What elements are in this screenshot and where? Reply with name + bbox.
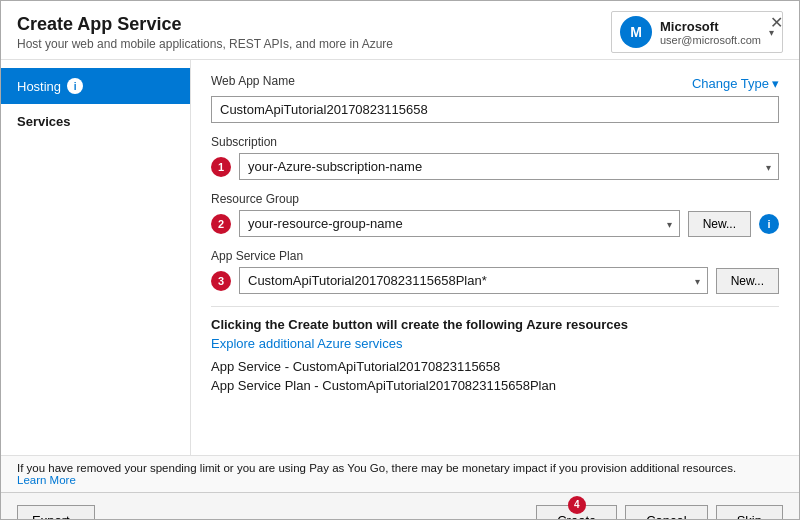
sidebar-item-hosting-label: Hosting <box>17 79 61 94</box>
web-app-name-input[interactable] <box>211 96 779 123</box>
title-bar: Create App Service Host your web and mob… <box>1 1 799 60</box>
resource-group-label: Resource Group <box>211 192 779 206</box>
info-icon: i <box>67 78 83 94</box>
account-name: Microsoft <box>660 19 761 34</box>
sidebar: Hosting i Services <box>1 60 191 455</box>
footer-right: 4 Create Cancel Skip <box>536 505 783 521</box>
account-section[interactable]: M Microsoft user@microsoft.com ▾ <box>611 11 783 53</box>
subscription-select[interactable]: your-Azure-subscription-name <box>239 153 779 180</box>
warning-bar: If you have removed your spending limit … <box>1 455 799 492</box>
sidebar-item-hosting[interactable]: Hosting i <box>1 68 190 104</box>
summary-item-0: App Service - CustomApiTutorial201708231… <box>211 359 779 374</box>
resource-group-select-wrapper: your-resource-group-name ▾ <box>239 210 680 237</box>
main-layout: Hosting i Services Web App Name Change T… <box>1 60 799 455</box>
account-email: user@microsoft.com <box>660 34 761 46</box>
resource-group-select[interactable]: your-resource-group-name <box>239 210 680 237</box>
learn-more-link[interactable]: Learn More <box>17 474 76 486</box>
subscription-group: Subscription 1 your-Azure-subscription-n… <box>211 135 779 180</box>
create-button[interactable]: 4 Create <box>536 505 617 521</box>
summary-item-1: App Service Plan - CustomApiTutorial2017… <box>211 378 779 393</box>
footer-left: Export... <box>17 505 95 521</box>
cancel-button[interactable]: Cancel <box>625 505 707 521</box>
app-service-plan-select-wrapper: CustomApiTutorial20170823115658Plan* ▾ <box>239 267 708 294</box>
skip-button[interactable]: Skip <box>716 505 783 521</box>
web-app-name-label: Web App Name <box>211 74 295 88</box>
step-badge-2: 2 <box>211 214 231 234</box>
summary-title: Clicking the Create button will create t… <box>211 317 779 332</box>
dialog-subtitle: Host your web and mobile applications, R… <box>17 37 393 51</box>
export-button[interactable]: Export... <box>17 505 95 521</box>
sidebar-item-services-label: Services <box>17 114 71 129</box>
resource-group-group: Resource Group 2 your-resource-group-nam… <box>211 192 779 237</box>
content-area: Web App Name Change Type ▾ Subscription … <box>191 60 799 455</box>
info-icon[interactable]: i <box>759 214 779 234</box>
web-app-name-group: Web App Name Change Type ▾ <box>211 74 779 123</box>
app-service-plan-select[interactable]: CustomApiTutorial20170823115658Plan* <box>239 267 708 294</box>
app-service-plan-group: App Service Plan 3 CustomApiTutorial2017… <box>211 249 779 294</box>
close-button[interactable]: ✕ <box>764 11 789 34</box>
explore-azure-services-link[interactable]: Explore additional Azure services <box>211 336 779 351</box>
avatar: M <box>620 16 652 48</box>
change-type-link[interactable]: Change Type ▾ <box>692 76 779 91</box>
subscription-label: Subscription <box>211 135 779 149</box>
sidebar-item-services[interactable]: Services <box>1 104 190 139</box>
subscription-select-wrapper: your-Azure-subscription-name ▾ <box>239 153 779 180</box>
step-badge-4: 4 <box>568 496 586 514</box>
app-service-plan-new-button[interactable]: New... <box>716 268 779 294</box>
app-service-plan-label: App Service Plan <box>211 249 779 263</box>
resource-group-new-button[interactable]: New... <box>688 211 751 237</box>
dialog-title: Create App Service <box>17 14 393 35</box>
footer: Export... 4 Create Cancel Skip <box>1 492 799 520</box>
account-info: Microsoft user@microsoft.com <box>660 19 761 46</box>
step-badge-1: 1 <box>211 157 231 177</box>
chevron-down-icon: ▾ <box>772 76 779 91</box>
title-section: Create App Service Host your web and mob… <box>17 14 393 51</box>
warning-text: If you have removed your spending limit … <box>17 462 736 474</box>
summary-section: Clicking the Create button will create t… <box>211 306 779 407</box>
step-badge-3: 3 <box>211 271 231 291</box>
